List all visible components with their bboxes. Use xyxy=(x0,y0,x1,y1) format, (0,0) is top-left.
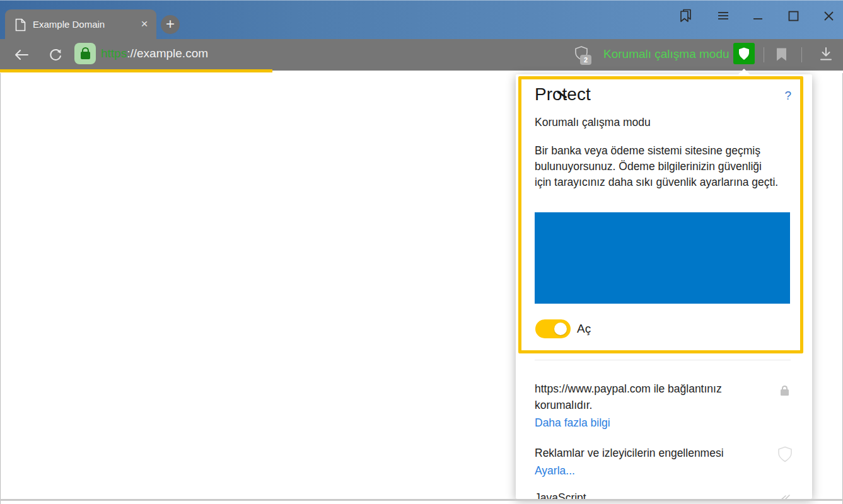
protect-button[interactable] xyxy=(733,43,755,64)
download-icon xyxy=(819,47,833,61)
url-scheme: https xyxy=(101,47,127,60)
toggle-label: Aç xyxy=(577,322,591,336)
collections-icon xyxy=(678,8,694,24)
reload-icon xyxy=(49,48,62,62)
protect-panel: Protect ? Korumalı çalışma modu Bir bank… xyxy=(516,74,812,499)
toolbar: https://example.com 2 Korumalı çalışma m… xyxy=(0,39,843,71)
bookmark-button[interactable] xyxy=(772,44,791,64)
download-button[interactable] xyxy=(816,44,836,64)
description-line: için tarayıcınız daha sıkı güvenlik ayar… xyxy=(535,175,778,190)
connection-status-text: https://www.paypal.com ile bağlantınız k… xyxy=(535,381,722,413)
tab-title: Example Domain xyxy=(33,19,105,30)
panel-description: Bir banka veya ödeme sistemi sitesine ge… xyxy=(535,143,778,190)
panel-subtitle: Korumalı çalışma modu xyxy=(535,116,651,129)
tab-example-domain[interactable]: Example Domain × xyxy=(5,9,156,40)
bookmark-icon xyxy=(776,48,787,61)
description-line: bulunuyorsunuz. Ödeme bilgilerinizin güv… xyxy=(535,159,778,175)
window-border-left xyxy=(0,73,1,504)
toolbar-separator xyxy=(801,47,802,62)
page-icon xyxy=(15,18,26,32)
javascript-status-icon xyxy=(778,493,792,499)
back-arrow-icon xyxy=(14,49,29,60)
panel-divider xyxy=(535,360,791,360)
titlebar: Example Domain × + xyxy=(0,0,843,39)
page-load-progress-bar xyxy=(0,69,272,72)
protected-mode-toggle[interactable] xyxy=(535,319,571,338)
more-info-link[interactable]: Daha fazla bilgi xyxy=(535,416,610,430)
ads-configure-link[interactable]: Ayarla... xyxy=(535,464,575,478)
maximize-button[interactable] xyxy=(782,1,805,31)
ads-blocking-label: Reklamlar ve izleyicilerin engellenmesi xyxy=(535,445,724,461)
javascript-label: JavaScript xyxy=(535,490,586,499)
protect-mode-label[interactable]: Korumalı çalışma modu xyxy=(603,47,730,61)
close-button[interactable] xyxy=(817,1,840,31)
new-tab-button[interactable]: + xyxy=(161,15,180,34)
protect-shield-icon xyxy=(738,47,750,60)
ads-shield-icon xyxy=(777,446,793,466)
panel-notch xyxy=(738,69,750,74)
minimize-button[interactable] xyxy=(747,1,769,31)
toggle-knob xyxy=(554,323,567,335)
browser-window: Example Domain × + xyxy=(0,0,843,504)
window-border-bottom xyxy=(0,499,843,501)
address-bar[interactable]: https://example.com xyxy=(101,47,208,60)
toolbar-separator xyxy=(764,47,764,62)
blocked-items-button[interactable]: 2 xyxy=(574,45,594,66)
reload-button[interactable] xyxy=(42,39,69,71)
menu-button[interactable] xyxy=(712,1,734,31)
minimize-icon xyxy=(753,11,763,21)
back-button[interactable] xyxy=(8,39,35,71)
site-security-badge[interactable] xyxy=(74,43,96,64)
help-link[interactable]: ? xyxy=(784,89,791,103)
tab-close-icon[interactable]: × xyxy=(136,16,153,32)
maximize-icon xyxy=(788,11,799,21)
collections-button[interactable] xyxy=(675,1,697,31)
connection-lock-icon xyxy=(779,386,793,398)
promo-image xyxy=(535,212,790,304)
hamburger-menu-icon xyxy=(718,11,729,20)
blocked-count-badge: 2 xyxy=(580,55,591,65)
close-icon xyxy=(823,11,834,21)
description-line: Bir banka veya ödeme sistemi sitesine ge… xyxy=(535,143,778,159)
url-rest: ://example.com xyxy=(127,47,208,60)
